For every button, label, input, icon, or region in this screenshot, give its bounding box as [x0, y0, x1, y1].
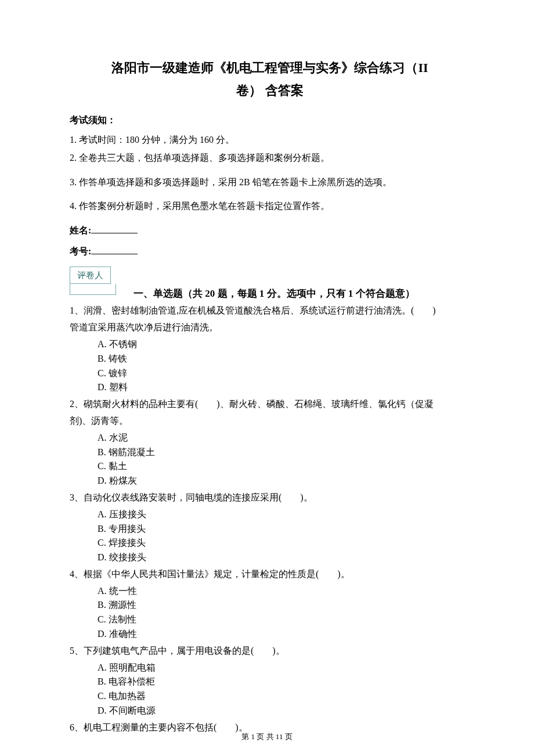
question-5-line1: 5、下列建筑电气产品中，属于用电设备的是( )。	[70, 644, 470, 658]
page-title-line2: 卷） 含答案	[70, 81, 470, 100]
question-3-option-b: B. 专用接头	[98, 522, 470, 537]
question-2-line2: 剂)、沥青等。	[70, 414, 470, 429]
name-label: 姓名:	[70, 225, 91, 235]
page-footer: 第 1 页 共 11 页	[0, 731, 534, 743]
question-2-line1: 2、砌筑耐火材料的品种主要有( )、耐火砖、磷酸、石棉绳、玻璃纤维、氯化钙（促凝	[70, 397, 470, 412]
question-4-option-c: C. 法制性	[98, 613, 470, 627]
question-2-option-a: A. 水泥	[98, 431, 470, 445]
question-3-option-a: A. 压接接头	[98, 507, 470, 522]
question-1-option-b: B. 铸铁	[98, 352, 470, 366]
instruction-4: 4. 作答案例分析题时，采用黑色墨水笔在答题卡指定位置作答。	[70, 199, 470, 214]
question-1-line1: 1、润滑、密封雄制油管道,应在机械及管道酸洗合格后、系统试运行前进行油清洗。( …	[70, 304, 470, 318]
grader-underline	[70, 284, 116, 295]
question-1-option-c: C. 镀锌	[98, 366, 470, 381]
question-5-option-b: B. 电容补偿柜	[98, 675, 470, 689]
grader-box: 评卷人	[70, 267, 111, 284]
page-title-line1: 洛阳市一级建造师《机电工程管理与实务》综合练习（II	[70, 58, 470, 77]
instruction-1: 1. 考试时间：180 分钟，满分为 160 分。	[70, 132, 470, 147]
question-5-option-c: C. 电加热器	[98, 689, 470, 704]
instruction-2: 2. 全卷共三大题，包括单项选择题、多项选择题和案例分析题。	[70, 150, 470, 165]
exam-no-label: 考号:	[70, 246, 91, 256]
question-1-option-d: D. 塑料	[98, 380, 470, 395]
question-2-option-b: B. 钢筋混凝土	[98, 445, 470, 460]
exam-no-underline	[91, 244, 138, 254]
instruction-3: 3. 作答单项选择题和多项选择题时，采用 2B 铅笔在答题卡上涂黑所选的选项。	[70, 175, 470, 190]
question-1-option-a: A. 不锈钢	[98, 337, 470, 352]
name-row: 姓名:	[70, 223, 470, 238]
question-4-option-a: A. 统一性	[98, 584, 470, 599]
question-4-option-b: B. 溯源性	[98, 598, 470, 613]
question-3-line1: 3、自动化仪表线路安装时，同轴电缆的连接应采用( )。	[70, 491, 470, 505]
question-3-option-d: D. 绞接接头	[98, 550, 470, 565]
name-underline	[91, 224, 138, 233]
question-2-option-d: D. 粉煤灰	[98, 474, 470, 488]
question-4-line1: 4、根据《中华人民共和国计量法》规定，计量检定的性质是( )。	[70, 567, 470, 582]
question-5-option-d: D. 不间断电源	[98, 704, 470, 718]
question-4-option-d: D. 准确性	[98, 627, 470, 642]
exam-no-row: 考号:	[70, 244, 470, 259]
question-1-line2: 管道宜采用蒸汽吹净后进行油清洗。	[70, 321, 470, 335]
section-1-heading: 一、单选题（共 20 题，每题 1 分。选项中，只有 1 个符合题意）	[134, 286, 470, 301]
question-2-option-c: C. 黏土	[98, 459, 470, 474]
question-3-option-c: C. 焊接接头	[98, 536, 470, 550]
question-5-option-a: A. 照明配电箱	[98, 661, 470, 675]
instructions-heading: 考试须知：	[70, 113, 470, 128]
